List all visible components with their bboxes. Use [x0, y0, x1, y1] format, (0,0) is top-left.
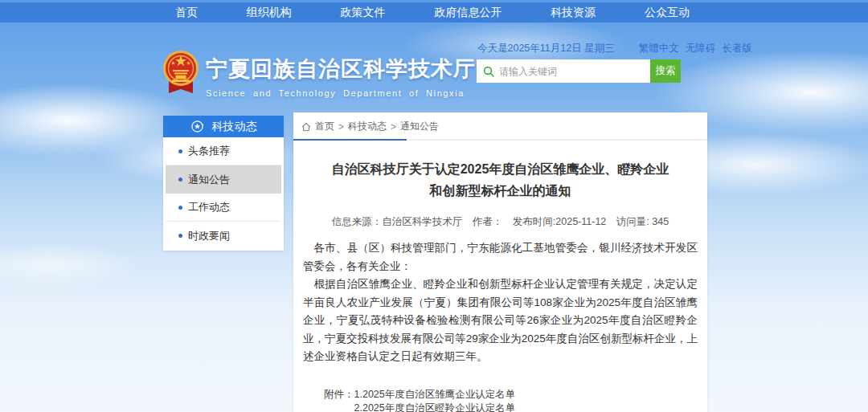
current-date-text: 今天是2025年11月12日 星期三 [477, 42, 615, 55]
sci-tech-news-icon [190, 120, 204, 133]
sidebar-item-label: 通知公告 [188, 173, 230, 187]
search-bar: 搜索 [477, 59, 681, 83]
sidebar-item-label: 时政要闻 [188, 229, 230, 243]
sidebar-item-current-politics[interactable]: 时政要闻 [166, 222, 281, 250]
site-title-block: 宁夏回族自治区科学技术厅 Science and Technology Depa… [206, 55, 476, 98]
top-navigation-bar: 首页 组织机构 政策文件 政府信息公开 科技资源 公众互动 [0, 2, 868, 22]
article-title-line1: 自治区科技厅关于认定2025年度自治区雏鹰企业、瞪羚企业 [293, 158, 707, 180]
breadcrumb-separator: > [391, 121, 396, 133]
nav-item-gov-info-disclosure[interactable]: 政府信息公开 [434, 6, 502, 20]
link-traditional-chinese[interactable]: 繁體中文 [639, 42, 679, 55]
nav-item-home[interactable]: 首页 [175, 6, 198, 20]
attachments-list: 1.2025年度自治区雏鹰企业认定名单 2.2025年度自治区瞪羚企业认定名单 … [354, 388, 546, 412]
link-senior-version[interactable]: 长者版 [722, 42, 752, 55]
search-icon [483, 66, 494, 77]
home-icon [301, 122, 311, 132]
article-meta: 信息来源：自治区科学技术厅 作者： 发布时间:2025-11-12 访问量: 3… [293, 215, 707, 229]
nav-item-sci-tech-resources[interactable]: 科技资源 [551, 6, 596, 20]
site-title: 宁夏回族自治区科学技术厅 [206, 55, 476, 84]
breadcrumb-divider [293, 139, 707, 141]
attachments-label: 附件： [324, 388, 354, 412]
sidebar-header: 科技动态 [163, 116, 284, 137]
header-meta-row: 今天是2025年11月12日 星期三 繁體中文 无障碍 长者版 [477, 42, 701, 55]
national-emblem-logo [162, 48, 199, 96]
bullet-icon [178, 149, 182, 153]
attachments-block: 附件： 1.2025年度自治区雏鹰企业认定名单 2.2025年度自治区瞪羚企业认… [324, 388, 707, 412]
search-button[interactable]: 搜索 [650, 59, 681, 83]
breadcrumb-separator: > [338, 121, 344, 133]
search-input-wrap [477, 59, 650, 83]
sidebar-title: 科技动态 [212, 120, 257, 134]
divider-blue-segment [293, 139, 407, 141]
sidebar-item-label: 工作动态 [188, 200, 230, 214]
article-paragraph: 各市、县（区）科技管理部门，宁东能源化工基地管委会，银川经济技术开发区管委会，各… [303, 239, 698, 275]
sidebar-item-label: 头条推荐 [188, 144, 230, 158]
sidebar-item-work-updates[interactable]: 工作动态 [166, 194, 281, 222]
article-title: 自治区科技厅关于认定2025年度自治区雏鹰企业、瞪羚企业 和创新型标杆企业的通知 [293, 158, 707, 202]
attachment-link-eagle-list[interactable]: 1.2025年度自治区雏鹰企业认定名单 [354, 388, 546, 402]
nav-item-public-interaction[interactable]: 公众互动 [645, 6, 690, 20]
nav-item-policy-documents[interactable]: 政策文件 [341, 6, 386, 20]
nav-item-organization[interactable]: 组织机构 [247, 6, 292, 20]
link-accessibility[interactable]: 无障碍 [686, 42, 716, 55]
national-emblem-icon [162, 48, 199, 96]
sidebar: 科技动态 头条推荐 通知公告 工作动态 时政要闻 [163, 116, 284, 251]
article-title-line2: 和创新型标杆企业的通知 [293, 180, 707, 202]
sidebar-item-notices[interactable]: 通知公告 [166, 165, 281, 194]
bullet-icon [178, 177, 182, 182]
meta-source: 信息来源：自治区科学技术厅 [332, 216, 463, 227]
sidebar-item-headlines[interactable]: 头条推荐 [166, 137, 281, 165]
article-body: 各市、县（区）科技管理部门，宁东能源化工基地管委会，银川经济技术开发区管委会，各… [293, 239, 707, 366]
meta-author: 作者： [473, 216, 503, 227]
top-navigation-items: 首页 组织机构 政策文件 政府信息公开 科技资源 公众互动 [175, 2, 690, 22]
search-input[interactable] [499, 66, 644, 77]
meta-publish-time: 发布时间:2025-11-12 [513, 216, 607, 227]
main-content-panel: 首页 > 科技动态 > 通知公告 自治区科技厅关于认定2025年度自治区雏鹰企业… [293, 112, 707, 412]
breadcrumb: 首页 > 科技动态 > 通知公告 [293, 112, 707, 133]
attachment-link-gazelle-list[interactable]: 2.2025年度自治区瞪羚企业认定名单 [354, 402, 546, 412]
article-paragraph: 根据自治区雏鹰企业、瞪羚企业和创新型标杆企业认定管理有关规定，决定认定半亩良人农… [303, 275, 698, 366]
site-subtitle: Science and Technology Department of Nin… [206, 88, 476, 98]
breadcrumb-home[interactable]: 首页 [315, 120, 334, 133]
breadcrumb-notices[interactable]: 通知公告 [400, 120, 439, 133]
breadcrumb-sci-tech-news[interactable]: 科技动态 [348, 120, 387, 133]
bullet-icon [178, 234, 182, 238]
meta-visit-count: 访问量: 345 [616, 216, 669, 227]
bullet-icon [178, 206, 182, 210]
